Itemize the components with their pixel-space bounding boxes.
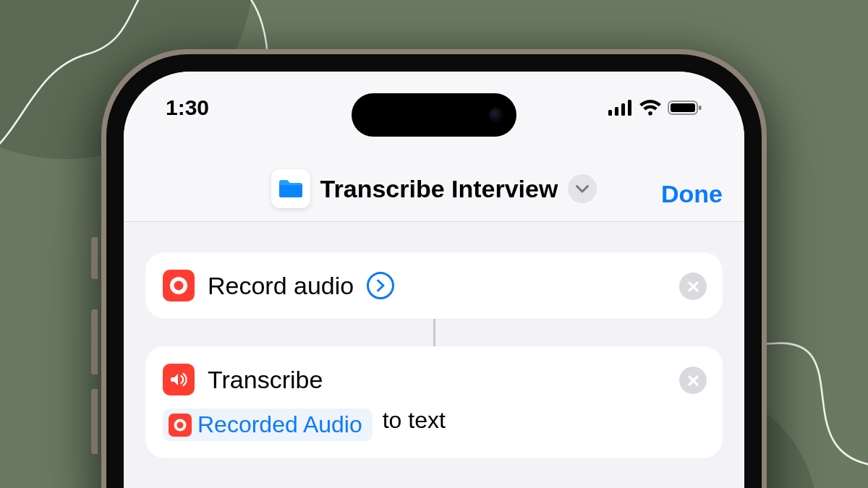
svg-point-8 <box>174 281 184 291</box>
close-icon <box>688 375 699 386</box>
action-connector <box>433 317 435 348</box>
shortcut-title[interactable]: Transcribe Interview <box>320 175 558 203</box>
close-icon <box>688 281 699 292</box>
delete-action-button[interactable] <box>679 273 707 300</box>
action-card-transcribe[interactable]: Transcribe Recorded Audio to text <box>145 346 723 458</box>
side-button <box>91 309 98 374</box>
delete-action-button[interactable] <box>679 367 707 394</box>
phone-frame: 1:30 Transcribe Interview <box>101 49 767 488</box>
actions-list: Record audio Transcr <box>124 225 744 458</box>
svg-rect-6 <box>699 106 702 110</box>
record-icon <box>163 270 195 301</box>
action-card-record-audio[interactable]: Record audio <box>145 252 723 319</box>
svg-rect-3 <box>628 100 631 116</box>
variable-chip-recorded-audio[interactable]: Recorded Audio <box>163 408 373 441</box>
record-icon <box>169 414 192 437</box>
svg-rect-0 <box>608 110 612 116</box>
side-button <box>91 389 98 454</box>
svg-rect-5 <box>671 103 695 112</box>
speaker-icon <box>163 364 195 395</box>
status-time: 1:30 <box>166 95 209 120</box>
svg-rect-1 <box>615 107 618 116</box>
phone-screen: 1:30 Transcribe Interview <box>124 72 744 488</box>
action-title: Transcribe <box>208 366 323 394</box>
svg-rect-2 <box>621 103 625 116</box>
chevron-right-icon <box>376 279 386 292</box>
dynamic-island <box>352 93 516 137</box>
svg-point-10 <box>177 421 184 428</box>
action-disclosure-button[interactable] <box>367 272 394 299</box>
variable-label: Recorded Audio <box>197 411 362 438</box>
action-title: Record audio <box>208 272 354 300</box>
shortcut-folder-icon[interactable] <box>271 169 310 208</box>
chevron-down-icon <box>576 185 589 193</box>
side-button <box>91 237 98 279</box>
battery-icon <box>668 100 702 116</box>
folder-icon <box>278 178 304 200</box>
action-suffix-text: to text <box>383 407 446 434</box>
cellular-icon <box>608 100 633 116</box>
title-menu-button[interactable] <box>568 174 597 203</box>
wifi-icon <box>639 100 661 116</box>
done-button[interactable]: Done <box>642 180 723 208</box>
